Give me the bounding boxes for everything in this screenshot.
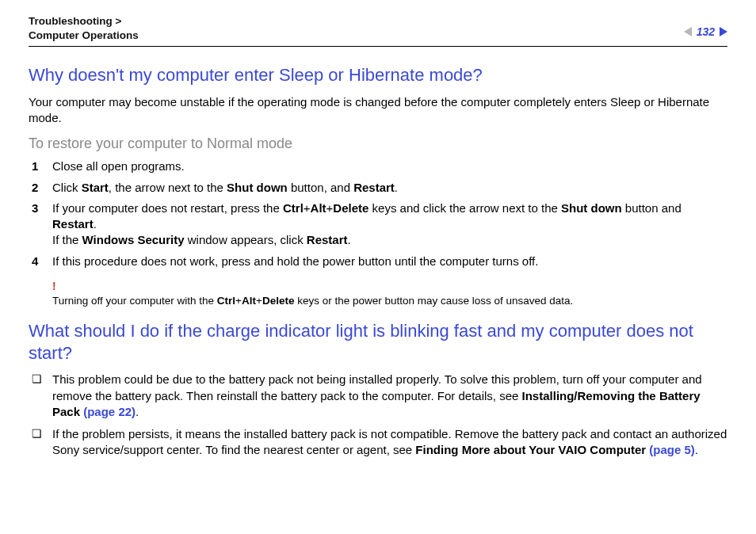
warning-text: Turning off your computer with the Ctrl+… bbox=[52, 295, 573, 307]
bullet-list: This problem could be due to the battery… bbox=[29, 372, 727, 458]
subheading-restore: To restore your computer to Normal mode bbox=[29, 135, 727, 152]
page-nav: 132 bbox=[684, 14, 727, 38]
warning-note: ! Turning off your computer with the Ctr… bbox=[29, 280, 727, 308]
page-link-22[interactable]: (page 22) bbox=[83, 405, 136, 418]
page-header: Troubleshooting > Computer Operations 13… bbox=[29, 14, 727, 47]
breadcrumb-line-1: Troubleshooting > bbox=[29, 15, 121, 27]
step-4: If this procedure does not work, press a… bbox=[29, 254, 727, 269]
section-heading-sleep: Why doesn't my computer enter Sleep or H… bbox=[29, 64, 727, 86]
page-link-5[interactable]: (page 5) bbox=[649, 443, 695, 456]
breadcrumb-line-2: Computer Operations bbox=[29, 29, 139, 41]
intro-paragraph: Your computer may become unstable if the… bbox=[29, 94, 727, 127]
step-1: Close all open programs. bbox=[29, 158, 727, 174]
step-2: Click Start, the arrow next to the Shut … bbox=[29, 180, 727, 196]
document-page: Troubleshooting > Computer Operations 13… bbox=[0, 0, 756, 459]
page-number: 132 bbox=[697, 25, 715, 38]
breadcrumb: Troubleshooting > Computer Operations bbox=[29, 14, 139, 43]
warning-icon: ! bbox=[52, 280, 727, 292]
bullet-1: This problem could be due to the battery… bbox=[29, 372, 727, 420]
step-3: If your computer does not restart, press… bbox=[29, 200, 727, 249]
bullet-2: If the problem persists, it means the in… bbox=[29, 426, 727, 459]
steps-list: Close all open programs. Click Start, th… bbox=[29, 158, 727, 269]
prev-page-icon[interactable] bbox=[684, 27, 692, 36]
section-heading-charge: What should I do if the charge indicator… bbox=[29, 320, 727, 364]
next-page-icon[interactable] bbox=[720, 27, 727, 36]
